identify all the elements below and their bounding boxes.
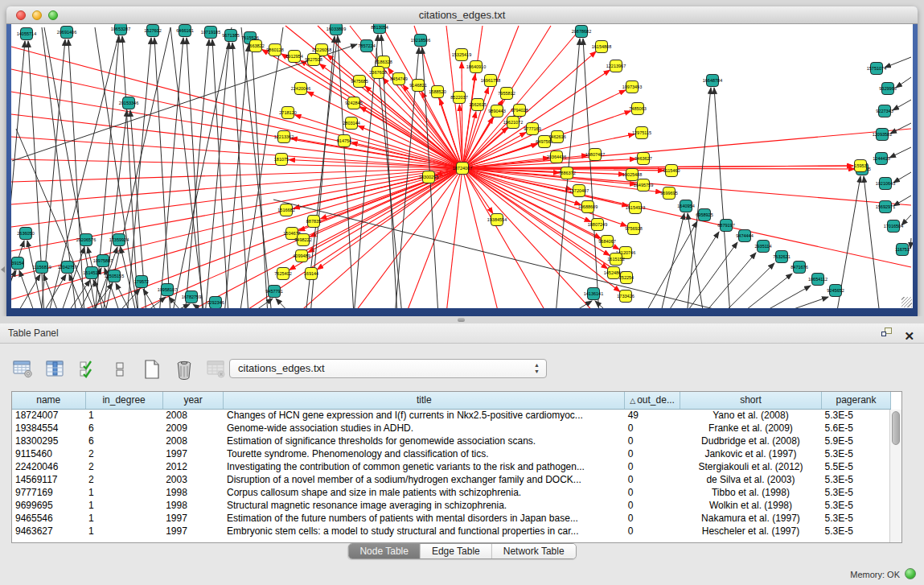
network-node-label: 8912954 bbox=[285, 54, 302, 59]
collapse-divider-arrow-icon[interactable] bbox=[1, 266, 5, 273]
network-node-label: 8813054 bbox=[371, 25, 388, 30]
tab-network-table[interactable]: Network Table bbox=[492, 544, 576, 558]
network-node-label: 16782759 bbox=[182, 295, 201, 299]
panel-divider[interactable] bbox=[0, 316, 924, 323]
table-cell: 2008 bbox=[162, 409, 224, 422]
table-row[interactable]: 1456911722003Disruption of a novel membe… bbox=[12, 473, 891, 486]
network-node-label: 11156819 bbox=[32, 265, 51, 270]
table-row[interactable]: 946362711997Embryonic stem cells: a mode… bbox=[12, 525, 891, 538]
table-selector-dropdown[interactable]: citations_edges.txt ▲▼ bbox=[229, 359, 547, 378]
delete-table-button-disabled[interactable] bbox=[204, 357, 228, 381]
network-edge bbox=[739, 274, 792, 308]
table-cell: 5.3E-5 bbox=[821, 447, 890, 460]
network-node-label: 7625402 bbox=[274, 271, 291, 276]
network-edge bbox=[896, 77, 911, 88]
column-header-out-de-[interactable]: △out_de... bbox=[625, 392, 680, 409]
network-node-label: 12093582 bbox=[873, 132, 892, 137]
table-row[interactable]: 1830029562008Estimation of significance … bbox=[12, 435, 891, 447]
table-header-row: namein_degreeyeartitle△out_de...shortpag… bbox=[12, 392, 891, 409]
scrollbar-thumb[interactable] bbox=[892, 411, 900, 445]
network-edge bbox=[11, 92, 462, 168]
network-node-label: 6497568 bbox=[536, 139, 552, 144]
table-row[interactable]: 1872400712008Changes of HCN gene express… bbox=[12, 409, 891, 422]
network-node-label: 15226058 bbox=[312, 47, 331, 52]
network-node-label: 10973493 bbox=[622, 84, 642, 89]
delete-trash-button[interactable] bbox=[172, 357, 196, 381]
network-node-label: 12505155 bbox=[105, 274, 124, 278]
network-node-label: 9227343 bbox=[876, 109, 893, 113]
network-node-label: 10719185 bbox=[201, 30, 220, 35]
table-cell: Changes of HCN gene expression and I(f) … bbox=[224, 409, 625, 422]
network-node-label: 9671385 bbox=[222, 33, 239, 38]
tab-node-table[interactable]: Node Table bbox=[348, 544, 421, 558]
table-cell: 9115460 bbox=[12, 447, 85, 460]
table-cell: 0 bbox=[625, 486, 680, 499]
network-node-label: 10654112 bbox=[808, 277, 827, 282]
column-header-pagerank[interactable]: pagerank bbox=[821, 392, 890, 409]
network-edge bbox=[16, 274, 40, 308]
network-node-label: 1514519 bbox=[83, 270, 100, 275]
network-node-label: 9146821 bbox=[409, 83, 426, 88]
table-cell: Structural magnetic resonance image aver… bbox=[224, 499, 625, 512]
table-selector-value: citations_edges.txt bbox=[238, 362, 325, 374]
table-row[interactable]: 911546021997Tourette syndrome. Phenomeno… bbox=[12, 447, 891, 460]
column-header-year[interactable]: year bbox=[162, 392, 224, 409]
resize-grip-icon[interactable] bbox=[901, 297, 912, 307]
float-window-icon[interactable] bbox=[881, 328, 893, 339]
close-panel-icon[interactable]: ✕ bbox=[904, 326, 914, 346]
column-header-short[interactable]: short bbox=[680, 392, 821, 409]
network-node-label: 2935114 bbox=[754, 244, 771, 249]
network-canvas[interactable]: 1405571420691406106532871527602646616110… bbox=[11, 24, 913, 308]
new-table-button[interactable] bbox=[140, 357, 164, 381]
network-node-label: 9498222 bbox=[294, 237, 311, 242]
table-cell: Dudbridge et al. (2008) bbox=[680, 435, 821, 447]
network-node-label: 17016504 bbox=[884, 224, 903, 229]
table-cell: 0 bbox=[625, 512, 680, 525]
table-cell: 1 bbox=[85, 499, 162, 512]
network-edge bbox=[159, 38, 183, 308]
network-edge bbox=[890, 123, 911, 134]
divider-handle[interactable] bbox=[458, 318, 465, 322]
column-header-in-degree[interactable]: in_degree bbox=[85, 392, 162, 409]
network-node-label: 9115460 bbox=[663, 168, 680, 173]
tab-edge-table[interactable]: Edge Table bbox=[421, 544, 492, 558]
network-node-label: 169144 bbox=[304, 271, 318, 276]
table-cell: 5.3E-5 bbox=[821, 409, 890, 422]
table-cell: Genome-wide association studies in ADHD. bbox=[224, 422, 625, 435]
table-row[interactable]: 946554611997Estimation of the future num… bbox=[12, 512, 891, 525]
table-cell: Disruption of a novel member of a sodium… bbox=[224, 473, 625, 486]
table-cell: 1997 bbox=[162, 512, 224, 525]
network-node-label: 8454749 bbox=[390, 76, 407, 81]
table-cell: Tourette syndrome. Phenomenology and cla… bbox=[224, 447, 625, 460]
column-header-title[interactable]: title bbox=[224, 392, 625, 409]
table-row[interactable]: 2242004622012Investigating the contribut… bbox=[12, 460, 891, 473]
table-row[interactable]: 1938455462009Genome-wide association stu… bbox=[12, 422, 891, 435]
memory-status-label: Memory: OK bbox=[850, 570, 900, 579]
table-cell: 1 bbox=[85, 409, 162, 422]
network-edge bbox=[11, 168, 462, 299]
vertical-scrollbar[interactable] bbox=[889, 410, 901, 542]
table-row[interactable]: 969969511998Structural magnetic resonanc… bbox=[12, 499, 891, 512]
network-node-label: 7485063 bbox=[629, 106, 646, 111]
network-node-label: 4099489 bbox=[293, 253, 310, 258]
network-node-label: 15325419 bbox=[452, 52, 471, 57]
validate-columns-button[interactable] bbox=[76, 357, 100, 381]
table-cell: 2008 bbox=[162, 435, 224, 447]
table-cell: 5.5E-5 bbox=[821, 460, 890, 473]
network-node-label: 39154 bbox=[11, 261, 23, 266]
table-cell: 9777169 bbox=[12, 486, 85, 499]
network-edge bbox=[19, 270, 35, 308]
network-edge bbox=[11, 47, 462, 168]
table-cell: Tibbo et al. (1998) bbox=[680, 486, 821, 499]
network-window-titlebar[interactable]: citations_edges.txt bbox=[6, 6, 918, 24]
network-node-label: 10958107 bbox=[158, 287, 177, 292]
table-row[interactable]: 977716911998Corpus callosum shape and si… bbox=[12, 486, 891, 499]
merge-rows-button[interactable] bbox=[108, 357, 132, 381]
insert-column-button[interactable] bbox=[43, 357, 68, 381]
network-node-label: 9457791 bbox=[265, 289, 282, 294]
column-header-name[interactable]: name bbox=[12, 392, 85, 409]
network-node-label: 15720407 bbox=[569, 188, 589, 193]
network-node-label: 16033809 bbox=[326, 27, 346, 31]
table-settings-button[interactable] bbox=[11, 357, 35, 381]
network-node-label: 8186328 bbox=[375, 60, 392, 64]
